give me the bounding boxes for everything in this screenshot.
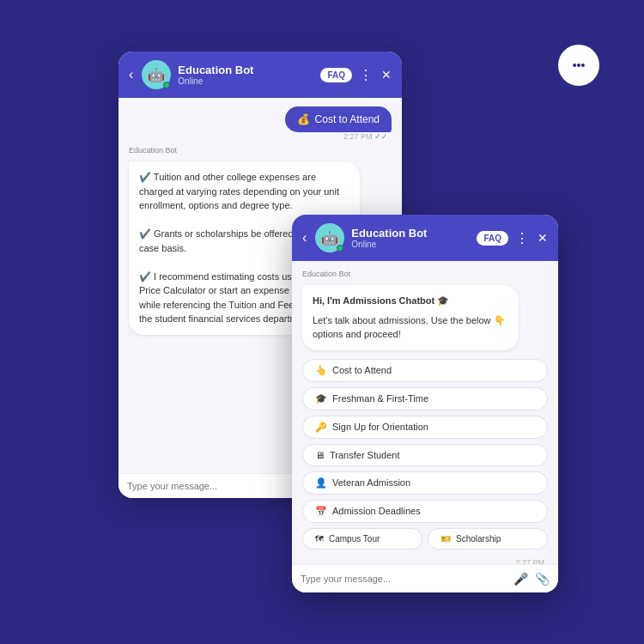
user-bubble-bg: 💰 Cost to Attend [285, 106, 392, 132]
option-orientation[interactable]: 🔑 Sign Up for Orientation [302, 416, 548, 439]
option-transfer-label: Transfer Student [330, 450, 400, 460]
chat-body-fg: Education Bot Hi, I'm Admissions Chatbot… [292, 261, 558, 564]
faq-badge-fg[interactable]: FAQ [477, 231, 508, 246]
chat-window-foreground: ‹ 🤖 Education Bot Online FAQ ⋮ ✕ Educati… [292, 215, 558, 592]
faq-badge-bg[interactable]: FAQ [320, 68, 352, 82]
bot-status-bg: Online [178, 76, 313, 86]
greeting-text: Hi, I'm Admissions Chatbot 🎓 [313, 294, 508, 308]
close-button-fg[interactable]: ✕ [538, 231, 548, 245]
options-list-fg: 👆 Cost to Attend 🎓 Freshman & First-Time… [302, 355, 548, 553]
option-freshman-label: Freshman & First-Time [332, 393, 428, 404]
avatar-bg: 🤖 [142, 60, 171, 89]
back-button-bg[interactable]: ‹ [129, 67, 133, 82]
timestamp-user-bg: 2:27 PM ✓✓ [343, 132, 392, 141]
option-deadlines[interactable]: 📅 Admission Deadlines [302, 500, 548, 523]
option-freshman[interactable]: 🎓 Freshman & First-Time [302, 387, 548, 410]
option-veteran[interactable]: 👤 Veteran Admission [302, 471, 548, 495]
option-deadlines-label: Admission Deadlines [332, 506, 421, 516]
online-indicator-bg [163, 82, 170, 88]
intro-text: Let's talk about admissions. Use the bel… [313, 313, 508, 342]
orientation-icon: 🔑 [315, 422, 327, 433]
avatar-fg: 🤖 [315, 223, 344, 252]
close-button-bg[interactable]: ✕ [381, 68, 392, 82]
option-orientation-label: Sign Up for Orientation [332, 422, 428, 432]
bot-name-bg: Education Bot [178, 64, 313, 76]
chat-header-bg: ‹ 🤖 Education Bot Online FAQ ⋮ ✕ [118, 52, 402, 98]
header-info-bg: Education Bot Online [178, 64, 313, 86]
option-transfer[interactable]: 🖥 Transfer Student [302, 444, 548, 466]
option-veteran-label: Veteran Admission [332, 477, 410, 488]
options-row-fg: 🗺 Campus Tour 🎫 Scholarship [302, 528, 548, 550]
svg-point-2 [581, 64, 585, 67]
freshman-icon: 🎓 [315, 393, 327, 404]
menu-dots-bg[interactable]: ⋮ [359, 67, 373, 83]
option-scholarship-label: Scholarship [456, 534, 501, 544]
option-campus-tour[interactable]: 🗺 Campus Tour [302, 528, 422, 550]
veteran-icon: 👤 [315, 477, 327, 489]
bot-label-fg: Education Bot [302, 270, 548, 278]
online-indicator-fg [337, 245, 343, 252]
chat-header-fg: ‹ 🤖 Education Bot Online FAQ ⋮ ✕ [292, 215, 558, 261]
bot-bubble-fg: Hi, I'm Admissions Chatbot 🎓 Let's talk … [302, 285, 519, 350]
option-cost-label: Cost to Attend [332, 365, 392, 375]
input-area-fg: 🎤 📎 [292, 564, 558, 592]
cost-icon: 👆 [315, 365, 327, 376]
menu-dots-fg[interactable]: ⋮ [515, 230, 529, 246]
chat-fab[interactable] [558, 45, 599, 86]
back-button-fg[interactable]: ‹ [302, 230, 307, 246]
bot-status-fg: Online [351, 240, 470, 249]
option-scholarship[interactable]: 🎫 Scholarship [428, 528, 548, 550]
cost-icon-bg: 💰 [297, 113, 310, 125]
timestamp-fg: 2:27 PM [302, 558, 548, 565]
header-info-fg: Education Bot Online [351, 227, 470, 249]
attach-icon[interactable]: 📎 [535, 572, 550, 586]
option-campus-label: Campus Tour [329, 534, 380, 544]
campus-icon: 🗺 [315, 534, 324, 544]
svg-point-1 [577, 64, 580, 67]
user-bubble-text-bg: Cost to Attend [315, 113, 380, 125]
mic-icon[interactable]: 🎤 [513, 572, 528, 586]
bot-label-bg: Education Bot [129, 146, 392, 155]
svg-point-0 [573, 64, 576, 67]
deadlines-icon: 📅 [315, 506, 327, 517]
option-cost[interactable]: 👆 Cost to Attend [302, 359, 548, 382]
transfer-icon: 🖥 [315, 450, 325, 460]
bot-name-fg: Education Bot [351, 227, 470, 240]
message-input-fg[interactable] [301, 574, 507, 584]
scholarship-icon: 🎫 [440, 534, 451, 544]
